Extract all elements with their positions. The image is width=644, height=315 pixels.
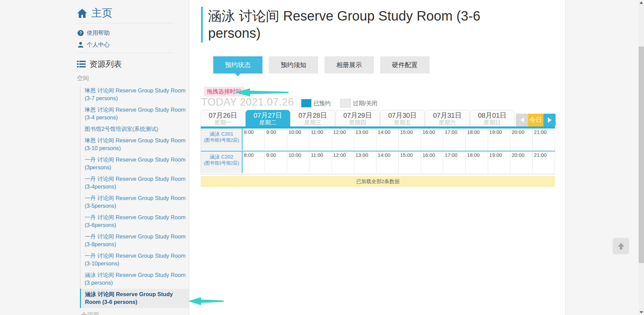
date-tab-weekday: 星期五: [381, 119, 424, 126]
time-slot-cell[interactable]: 8:00: [243, 128, 265, 150]
sidebar-room-item[interactable]: 一丹 讨论间 Reserve Group Study Room (3-5pers…: [81, 193, 189, 212]
time-slot-cell[interactable]: 9:00: [265, 151, 287, 173]
time-slot-cell[interactable]: 21:00: [533, 128, 555, 150]
room-location-link[interactable]: (图书馆3号馆2层): [204, 137, 239, 143]
legend-expired-swatch: [340, 99, 351, 108]
room-label-cell: 涵泳 C202(图书馆3号馆2层): [201, 151, 243, 173]
sidebar-room-item[interactable]: 琳恩 讨论间 Reserve Group Study Room (3-4 per…: [81, 104, 189, 123]
date-tab-weekday: 星期四: [336, 119, 380, 126]
sidebar-room-item[interactable]: 琳恩 讨论间 Reserve Group Study Room (3-10 pe…: [81, 135, 189, 154]
tab-reservation-notice[interactable]: 预约须知: [269, 56, 318, 74]
time-slot-cell[interactable]: 17:00: [443, 128, 466, 150]
date-tab[interactable]: 08月01日星期日: [470, 110, 514, 127]
sidebar-room-item[interactable]: 涵泳 讨论间 Reserve Group Study Room (3 perso…: [81, 269, 189, 289]
date-tab-date: 07月26日: [201, 111, 245, 119]
annotation-arrow-left-icon: [235, 88, 288, 97]
scroll-to-top-button[interactable]: [613, 238, 629, 254]
schedule-grid: 涵泳 C201(图书馆3号馆2层)8:009:0010:0011:0012:00…: [201, 128, 555, 174]
scrollbar-down-button[interactable]: [639, 310, 644, 315]
time-slot-cell[interactable]: 11:00: [309, 128, 332, 150]
chevron-right-icon: [548, 117, 552, 123]
sidebar-item-personal-center[interactable]: 个人中心: [78, 41, 110, 49]
time-slot-cell[interactable]: 12:00: [332, 128, 354, 150]
room-name-link[interactable]: 涵泳 C201: [209, 131, 233, 137]
date-tab-date: 07月31日: [425, 111, 469, 119]
help-label: 使用帮助: [87, 29, 110, 37]
divider: [77, 53, 173, 53]
date-tab[interactable]: 07月29日星期四: [335, 110, 380, 127]
date-tab-date: 07月30日: [381, 111, 424, 119]
time-slot-cell[interactable]: 19:00: [488, 151, 510, 173]
date-tab-date: 07月28日: [291, 111, 335, 119]
room-name-link[interactable]: 涵泳 C202: [209, 153, 233, 160]
resource-list-label: 资源列表: [89, 59, 122, 69]
today-button[interactable]: 今日: [528, 114, 543, 126]
vertical-scrollbar[interactable]: [639, 0, 644, 315]
time-slot-cell[interactable]: 21:00: [533, 151, 555, 173]
legend-reserved-label: 已预约: [313, 99, 331, 107]
sidebar-room-item[interactable]: 一丹 讨论间 Reserve Group Study Room (3-8pers…: [81, 231, 189, 250]
date-tab[interactable]: 07月30日星期五: [380, 110, 425, 127]
sidebar-room-item-selected[interactable]: 涵泳 讨论间 Reserve Group Study Room (3-6 per…: [80, 289, 189, 308]
scrollbar-up-button[interactable]: [639, 0, 644, 5]
meeting-room-category-label: 会议室: [81, 311, 99, 315]
time-slot-cell[interactable]: 16:00: [421, 128, 443, 150]
time-slot-cell[interactable]: 13:00: [354, 151, 376, 173]
scrollbar-thumb[interactable]: [639, 47, 644, 263]
sidebar-room-item[interactable]: 琳恩 讨论间 Reserve Group Study Room (3-7 per…: [81, 85, 189, 104]
date-tab[interactable]: 07月26日星期一: [201, 110, 245, 127]
home-icon: [77, 8, 87, 18]
sidebar-room-item[interactable]: 一丹 讨论间 Reserve Group Study Room (3-6pers…: [81, 212, 189, 231]
sidebar-item-help[interactable]: ? 使用帮助: [78, 29, 110, 37]
time-slot-cell[interactable]: 11:00: [309, 151, 332, 173]
sidebar-item-home[interactable]: 主页: [77, 6, 112, 20]
legend: 已预约 过期/关闭: [301, 99, 377, 108]
time-slot-cell[interactable]: 15:00: [399, 128, 421, 150]
sidebar-room-item[interactable]: 一丹 讨论间 Reserve Group Study Room (3-4pers…: [81, 173, 189, 193]
time-slot-cell[interactable]: 9:00: [265, 128, 287, 150]
sidebar-room-item[interactable]: 一丹 讨论间 Reserve Group Study Room (3-10per…: [81, 250, 189, 269]
divider: [201, 174, 555, 174]
date-tab[interactable]: 07月27日星期二: [246, 110, 290, 127]
arrow-up-icon: [616, 241, 626, 251]
time-slot-cell[interactable]: 12:00: [332, 151, 354, 173]
previous-day-button[interactable]: [516, 114, 528, 126]
legend-reserved-swatch: [301, 99, 311, 107]
time-slot-cell[interactable]: 10:00: [287, 151, 309, 173]
load-status-bar: 已加载全部2条数据: [201, 176, 555, 187]
page-title: 涵泳 讨论间 Reserve Group Study Room (3-6 per…: [201, 7, 532, 42]
help-icon: ?: [78, 30, 84, 36]
today-date-label: TODAY 2021.07.26: [201, 96, 294, 108]
time-slot-cell[interactable]: 17:00: [443, 151, 466, 173]
time-slot-cell[interactable]: 14:00: [376, 128, 399, 150]
time-slot-cell[interactable]: 10:00: [287, 128, 309, 150]
space-category-label: 空间: [77, 74, 89, 82]
date-tab-date: 07月27日: [246, 111, 290, 119]
time-slot-cell[interactable]: 20:00: [510, 151, 533, 173]
time-slot-cell[interactable]: 15:00: [399, 151, 421, 173]
date-tab[interactable]: 07月28日星期三: [290, 110, 335, 127]
time-slot-cell[interactable]: 8:00: [243, 151, 265, 173]
tab-hardware-config[interactable]: 硬件配置: [380, 56, 429, 74]
time-slot-cell[interactable]: 18:00: [466, 128, 488, 150]
resource-list-header: 资源列表: [77, 59, 122, 69]
date-tab-weekday: 星期六: [425, 119, 469, 126]
sidebar-room-item[interactable]: 一丹 讨论间 Reserve Group Study Room (3person…: [81, 154, 189, 173]
time-slot-cell[interactable]: 13:00: [354, 128, 376, 150]
sidebar-room-item[interactable]: 图书馆2号馆培训室(系统测试): [81, 123, 189, 135]
date-tab-weekday: 星期二: [246, 119, 290, 126]
time-slot-cell[interactable]: 19:00: [488, 128, 510, 150]
chevron-left-icon: [520, 117, 524, 123]
next-day-button[interactable]: [543, 114, 556, 126]
time-slot-cell[interactable]: 16:00: [421, 151, 443, 173]
home-label: 主页: [91, 6, 112, 20]
tab-photo-gallery[interactable]: 相册展示: [325, 56, 374, 74]
page: 主页 ? 使用帮助 个人中心 资源列表 空间 琳恩 讨论间 Reserve Gr…: [0, 0, 644, 315]
time-slot-cell[interactable]: 14:00: [376, 151, 399, 173]
room-location-link[interactable]: (图书馆3号馆2层): [204, 160, 239, 166]
date-tab[interactable]: 07月31日星期六: [425, 110, 470, 127]
time-slot-cell[interactable]: 18:00: [466, 151, 488, 173]
time-slot-cell[interactable]: 20:00: [510, 128, 533, 150]
tab-reservation-status[interactable]: 预约状态: [213, 56, 262, 74]
date-navigation: 今日: [516, 114, 556, 126]
